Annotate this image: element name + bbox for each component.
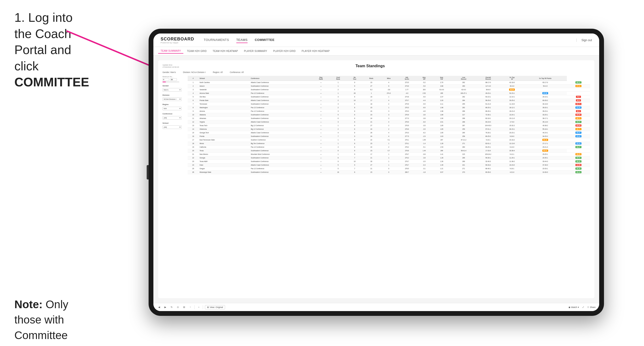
score-badge: 86.25 (576, 153, 581, 155)
score-badge: 86.91 (542, 150, 548, 152)
score-badge: 85.98 (542, 92, 548, 94)
division-filter: Division NCAA Division I ▾ (162, 94, 184, 101)
table-row: 20TexasSoutheastern Conference—88230.727… (188, 149, 590, 153)
score-badge: 80.9 (576, 99, 581, 101)
col-reg-rank: RegRank (312, 76, 330, 81)
region-filter: Region N/A ▾ (162, 103, 184, 110)
chevron-icon: ▾ (180, 126, 180, 128)
chevron-icon: ▾ (180, 117, 180, 119)
share-button[interactable]: ⇧ Share (587, 306, 596, 309)
col-adj-score: Adj.Score (398, 76, 416, 81)
min-rounds-min-input[interactable] (162, 78, 169, 81)
note-instruction: Note: Only those with Committee Portal a… (14, 297, 82, 346)
table-row: 25OregonPac-12 Conference—57210278.5-3.1… (188, 167, 590, 170)
add-tab-icon[interactable]: ⊞ (182, 305, 186, 309)
score-badge: 86.64 (509, 89, 515, 91)
table-row: 5Ole MissSoutheastern Conference—3616127… (188, 95, 590, 99)
score-badge: 80.3 (576, 110, 581, 112)
score-badge: 80.94 (576, 124, 581, 127)
min-rounds-slider[interactable] (162, 82, 179, 82)
content-area: Minimum Ro... Gender (162, 76, 590, 283)
sub-nav-player-h2h-heatmap[interactable]: PLAYER H2H HEATMAP (299, 49, 332, 53)
nav-item-committee[interactable]: COMMITTEE (255, 37, 275, 43)
sign-out-button[interactable]: Sign out (576, 38, 592, 42)
nav-item-tournaments[interactable]: TOURNAMENTS (204, 37, 229, 43)
score-badge: 87.21 (576, 85, 581, 87)
gender-filter: Gender Men's ▾ (162, 85, 184, 92)
min-rounds-max-input[interactable] (170, 78, 177, 81)
table-row: 4Arizona StatePac-12 Conference—1261274.… (188, 91, 590, 95)
step-instruction: 1. Log into the Coach Portal and click C… (14, 9, 91, 90)
table-row: 3VanderbiltSoutheastern Conference—286.2… (188, 88, 590, 91)
share-icon[interactable]: ↑ (188, 305, 192, 309)
sub-nav-player-h2h-grid[interactable]: PLAYER H2H GRID (271, 49, 298, 53)
division-filter-display: Division: NCAA Division I (183, 71, 206, 73)
scoreboard-logo: SCOREBOARD Powered by clippd (160, 37, 194, 44)
sub-nav-team-summary[interactable]: TEAM SUMMARY (158, 49, 183, 54)
nav-item-teams[interactable]: TEAMS (236, 37, 248, 43)
table-body: 1North CarolinaAtlantic Coast Conference… (188, 81, 590, 174)
card-header: Update time: 27/03/2024 16:56:26 Team St… (162, 64, 590, 68)
bottom-toolbar: ◀ ▶ ↻ ⊙ ⊞ ↑ ○ ⊞ View: Original ◉ Watch ▾… (154, 303, 599, 311)
table-row: 2AuburnSoutheastern Conference—19276273.… (188, 84, 590, 88)
instruction-area: 1. Log into the Coach Portal and click C… (14, 9, 91, 90)
score-badge: 85.34 (576, 142, 581, 145)
table-header: # School Conference RegRank ConfRank NoT… (188, 76, 590, 81)
min-rounds-control: Minimum Ro... (162, 76, 184, 82)
col-low-record: LowRecord (451, 76, 476, 81)
table-row: 14OklahomaBig 12 Conference—28242276.6-3… (188, 127, 590, 131)
region-select[interactable]: N/A ▾ (162, 107, 182, 110)
chevron-icon: ▾ (180, 107, 180, 110)
view-original-button[interactable]: ⊞ View: Original (205, 305, 225, 309)
col-conf-rank: ConfRank (330, 76, 347, 81)
col-vs-top25: Vs Top25 (500, 76, 524, 81)
school-filter: School (All) ▾ (162, 122, 184, 129)
forward-icon[interactable]: ▶ (163, 305, 168, 309)
table-row: 18IllinoisBig Ten Conference—18231279.1-… (188, 142, 590, 145)
table-row: 6Florida StateAtlantic Coast Conference—… (188, 99, 590, 102)
table-row: 8WashingtonPac-12 Conference—28231276.3-… (188, 106, 590, 109)
col-vs-top50: Vs Top 50 Points (524, 76, 567, 81)
chevron-icon: ▾ (180, 89, 180, 91)
share-icon-2: ⇧ (587, 306, 589, 309)
main-content: Update time: 27/03/2024 16:56:26 Team St… (154, 55, 599, 303)
standings-table-area: # School Conference RegRank ConfRank NoT… (188, 76, 590, 283)
table-row: 21New MexicoMountain West Conference—191… (188, 153, 590, 156)
sub-nav-team-h2h-heatmap[interactable]: TEAM H2H HEATMAP (210, 49, 240, 53)
score-badge: 83.49 (576, 107, 581, 109)
watch-button[interactable]: ◉ Watch ▾ (568, 306, 579, 309)
score-badge: 86.71 (576, 117, 581, 119)
back-icon[interactable]: ◀ (157, 305, 161, 309)
sub-nav-team-h2h-grid[interactable]: TEAM H2H GRID (184, 49, 209, 53)
table-row: 11ArkansasSoutheastern Conference—682432… (188, 117, 590, 120)
view-icon: ⊞ (207, 306, 209, 309)
logo-main: SCOREBOARD (160, 37, 194, 42)
score-badge: 88.57 (576, 121, 581, 123)
update-time: Update time: 27/03/2024 16:56:26 (162, 64, 179, 68)
table-row: 12VirginiaAtlantic Coast Conference—3821… (188, 120, 590, 124)
col-wins: Wins (380, 76, 398, 81)
col-rank: # (188, 76, 199, 81)
clock-icon[interactable]: ○ (196, 305, 201, 309)
score-badge: 88.38 (576, 168, 581, 170)
chevron-icon: ▾ (180, 98, 180, 100)
table-row: 19CaliforniaPac-12 Conference—48242278.2… (188, 145, 590, 149)
school-select[interactable]: (All) ▾ (162, 125, 182, 129)
conference-select[interactable]: (All) ▾ (162, 116, 182, 120)
table-row: 23Texas A&MSoutheastern Conference—91030… (188, 160, 590, 163)
score-badge: 88.27 (576, 146, 581, 148)
division-select[interactable]: NCAA Division I ▾ (162, 97, 182, 101)
table-row: 7TennesseeSoutheastern Conference—461822… (188, 102, 590, 106)
expand-icon[interactable]: ⤢ (581, 305, 585, 309)
conference-filter-display: Conference: All (230, 71, 244, 73)
home-icon[interactable]: ⊙ (176, 305, 180, 309)
col-avg-sg: Avg.SG (416, 76, 432, 81)
left-filters: Minimum Ro... Gender (162, 76, 184, 283)
reload-icon[interactable]: ↻ (170, 305, 174, 309)
score-badge: 79.7 (576, 96, 581, 98)
gender-select[interactable]: Men's ▾ (162, 88, 182, 92)
note-area: Note: Only those with Committee Portal a… (14, 172, 79, 346)
sub-nav-player-summary[interactable]: PLAYER SUMMARY (242, 49, 270, 53)
col-conference: Conference (250, 76, 312, 81)
score-badge: 88.42 (576, 160, 581, 163)
